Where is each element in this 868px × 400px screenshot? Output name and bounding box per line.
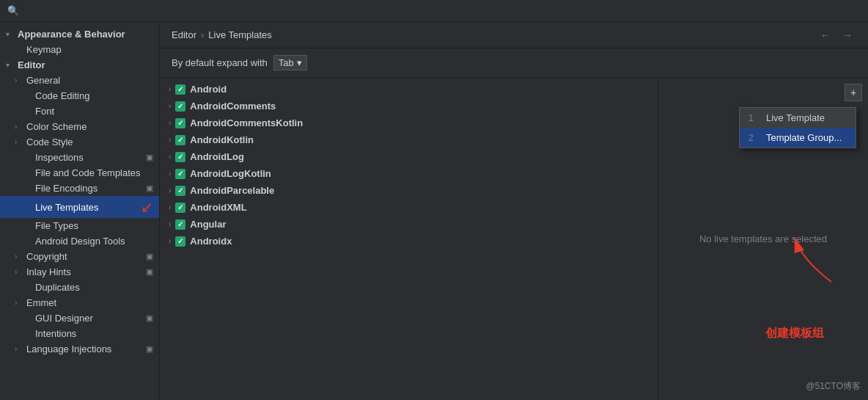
search-icon: 🔍: [7, 5, 19, 16]
template-group-androidxml[interactable]: ›AndroidXML: [160, 199, 658, 216]
sidebar-label-inlay-hints: Inlay Hints: [26, 266, 71, 277]
toolbar-label: By default expand with: [172, 57, 268, 68]
template-group-androidlogkotlin[interactable]: ›AndroidLogKotlin: [160, 165, 658, 182]
sidebar-arrow-color-scheme: ›: [15, 123, 23, 131]
group-name-androidkotlin: AndroidKotlin: [190, 134, 254, 145]
template-group-android[interactable]: ›Android: [160, 81, 658, 98]
sidebar-item-file-encodings[interactable]: File Encodings▣: [0, 181, 159, 196]
sidebar-arrow-language-injections: ›: [15, 345, 23, 353]
sidebar-arrow-inlay-hints: ›: [15, 268, 23, 276]
add-dropdown-menu: 1Live Template2Template Group...: [739, 107, 856, 148]
annotation-group: 创建模板组: [765, 252, 824, 341]
sidebar-arrow-editor: ▾: [6, 61, 15, 69]
group-arrow-androidparcelable: ›: [169, 186, 171, 194]
sidebar-label-gui-designer: GUI Designer: [35, 313, 93, 324]
sidebar-item-keymap[interactable]: Keymap: [0, 42, 159, 57]
template-group-androidcommentskotlin[interactable]: ›AndroidCommentsKotlin: [160, 114, 658, 131]
dropdown-item-live-template[interactable]: 1Live Template: [740, 108, 856, 128]
group-name-android: Android: [190, 84, 227, 95]
group-name-androidcommentskotlin: AndroidCommentsKotlin: [190, 117, 303, 128]
sidebar-item-code-editing[interactable]: Code Editing: [0, 88, 159, 103]
sidebar-item-code-style[interactable]: ›Code Style: [0, 134, 159, 150]
sidebar-label-android-design-tools: Android Design Tools: [35, 236, 125, 247]
top-bar: 🔍: [0, 0, 868, 22]
group-checkbox-androidcomments[interactable]: [175, 101, 185, 112]
annotation-text: 创建模板组: [765, 326, 824, 341]
dropdown-item-template-group...[interactable]: 2Template Group...: [740, 128, 856, 148]
group-arrow-androidcomments: ›: [169, 102, 171, 110]
template-group-androidx[interactable]: ›Androidx: [160, 233, 658, 250]
group-checkbox-angular[interactable]: [175, 219, 185, 230]
sidebar-label-file-code-templates: File and Code Templates: [35, 167, 141, 178]
group-checkbox-androidkotlin[interactable]: [175, 135, 185, 145]
nav-forward-button[interactable]: →: [839, 28, 856, 43]
main-layout: ▾Appearance & BehaviorKeymap▾Editor›Gene…: [0, 22, 868, 400]
group-checkbox-androidxml[interactable]: [175, 203, 185, 213]
sidebar-item-color-scheme[interactable]: ›Color Scheme: [0, 119, 159, 134]
sidebar-label-duplicates: Duplicates: [35, 282, 80, 293]
sidebar-item-emmet[interactable]: ›Emmet: [0, 295, 159, 310]
sidebar-item-inlay-hints[interactable]: ›Inlay Hints▣: [0, 264, 159, 280]
group-checkbox-android[interactable]: [175, 84, 185, 95]
group-arrow-androidcommentskotlin: ›: [169, 119, 171, 127]
group-checkbox-androidx[interactable]: [175, 236, 185, 247]
sidebar-item-file-types[interactable]: File Types: [0, 218, 159, 233]
group-checkbox-androidlog[interactable]: [175, 152, 185, 162]
sidebar-label-general: General: [26, 75, 60, 86]
sidebar-arrow-emmet: ›: [15, 299, 23, 307]
group-arrow-androidx: ›: [169, 237, 171, 245]
sidebar-item-copyright[interactable]: ›Copyright▣: [0, 249, 159, 264]
sidebar-label-file-encodings: File Encodings: [35, 183, 98, 194]
sidebar-item-live-templates[interactable]: Live Templates↙: [0, 196, 159, 218]
sidebar-icon-right-inlay-hints: ▣: [146, 267, 153, 277]
empty-state-text: No live templates are selected: [699, 233, 827, 244]
sidebar-icon-right-copyright: ▣: [146, 252, 153, 261]
group-name-androidlog: AndroidLog: [190, 151, 244, 162]
sidebar-label-inspections: Inspections: [35, 152, 84, 163]
watermark: @51CTO博客: [806, 380, 861, 393]
sidebar-item-language-injections[interactable]: ›Language Injections▣: [0, 341, 159, 357]
template-group-androidlog[interactable]: ›AndroidLog: [160, 148, 658, 165]
toolbar: By default expand with Tab ▾: [160, 48, 868, 78]
template-group-androidparcelable[interactable]: ›AndroidParcelable: [160, 182, 658, 199]
select-arrow: ▾: [297, 57, 302, 68]
sidebar-item-editor[interactable]: ▾Editor: [0, 57, 159, 73]
sidebar-arrow-appearance: ▾: [6, 30, 15, 38]
sidebar-item-inspections[interactable]: Inspections▣: [0, 150, 159, 165]
sidebar-item-duplicates[interactable]: Duplicates: [0, 280, 159, 295]
dropdown-item-label: Live Template: [766, 112, 825, 123]
template-group-angular[interactable]: ›Angular: [160, 216, 658, 233]
expand-with-select[interactable]: Tab ▾: [273, 55, 307, 70]
nav-back-button[interactable]: ←: [817, 28, 834, 43]
sidebar-item-gui-designer[interactable]: GUI Designer▣: [0, 310, 159, 326]
dropdown-item-num: 2: [749, 133, 759, 143]
group-checkbox-androidcommentskotlin[interactable]: [175, 118, 185, 128]
group-arrow-android: ›: [169, 85, 171, 93]
sidebar-label-font: Font: [35, 106, 54, 117]
sidebar-item-appearance[interactable]: ▾Appearance & Behavior: [0, 26, 159, 42]
group-checkbox-androidlogkotlin[interactable]: [175, 169, 185, 179]
group-arrow-androidxml: ›: [169, 203, 171, 211]
sidebar-item-font[interactable]: Font: [0, 103, 159, 119]
sidebar-label-live-templates: Live Templates: [35, 202, 98, 213]
sidebar: ▾Appearance & BehaviorKeymap▾Editor›Gene…: [0, 22, 160, 400]
sidebar-item-file-code-templates[interactable]: File and Code Templates: [0, 165, 159, 181]
sidebar-icon-right-gui-designer: ▣: [146, 313, 153, 323]
group-name-angular: Angular: [190, 219, 226, 230]
sidebar-item-android-design-tools[interactable]: Android Design Tools: [0, 233, 159, 249]
group-checkbox-androidparcelable[interactable]: [175, 186, 185, 196]
sidebar-label-color-scheme: Color Scheme: [26, 121, 87, 132]
sidebar-item-intentions[interactable]: Intentions: [0, 326, 159, 341]
group-arrow-androidlog: ›: [169, 153, 171, 161]
breadcrumb-sep: ›: [201, 29, 204, 40]
template-list: ›Android›AndroidComments›AndroidComments…: [160, 78, 658, 400]
group-name-androidlogkotlin: AndroidLogKotlin: [190, 168, 271, 179]
template-group-androidkotlin[interactable]: ›AndroidKotlin: [160, 131, 658, 148]
add-button[interactable]: +: [845, 84, 862, 101]
sidebar-label-code-style: Code Style: [26, 137, 73, 148]
sidebar-item-general[interactable]: ›General: [0, 73, 159, 88]
sidebar-icon-right-file-encodings: ▣: [146, 183, 153, 193]
content-area: Editor › Live Templates ← → By default e…: [160, 22, 868, 400]
template-group-androidcomments[interactable]: ›AndroidComments: [160, 98, 658, 114]
group-arrow-androidlogkotlin: ›: [169, 170, 171, 178]
